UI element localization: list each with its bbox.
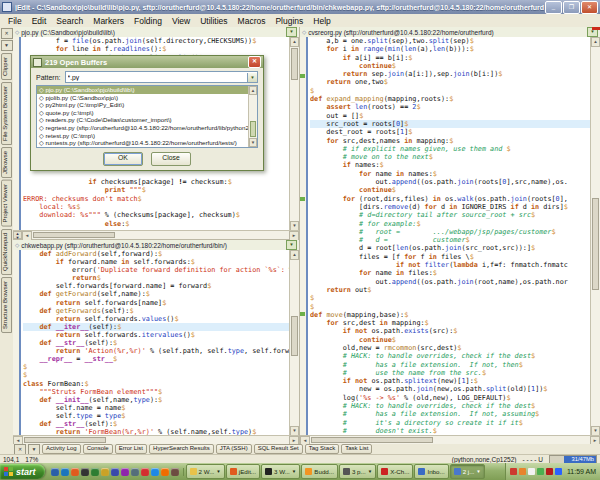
menu-file[interactable]: File xyxy=(3,16,27,26)
task-button[interactable]: jEdit... xyxy=(226,464,260,479)
task-button[interactable]: Budd... xyxy=(301,464,338,479)
list-scrollbar[interactable]: ▲ ▼ xyxy=(248,86,257,147)
quicklaunch-icon-4[interactable] xyxy=(81,468,89,476)
dock-tab-file-system-browser[interactable]: File System Browser xyxy=(1,82,12,145)
ok-button[interactable]: OK xyxy=(103,152,143,166)
code-cvsreorg[interactable]: a,b = one.split(sep),two.split(sep)$ for… xyxy=(310,37,590,435)
menu-markers[interactable]: Markers xyxy=(88,16,129,26)
text-area-chkwebapp[interactable]: def addForward(self,forward):$ if forwar… xyxy=(13,250,299,436)
scroll-down-icon[interactable]: ▼ xyxy=(249,138,257,147)
bottom-tab-jta-ssh-[interactable]: JTA (SSH) xyxy=(216,444,252,454)
quicklaunch-icon-11[interactable] xyxy=(151,468,159,476)
menu-edit[interactable]: Edit xyxy=(27,16,52,26)
close-button[interactable]: ✕ xyxy=(581,1,598,14)
buffer-dropdown-icon[interactable]: ▼ xyxy=(286,27,297,37)
quicklaunch-icon-5[interactable] xyxy=(91,468,99,476)
dock-tab-project-viewer[interactable]: Project Viewer xyxy=(1,180,12,227)
bottom-tab-activity-log[interactable]: Activity Log xyxy=(42,444,81,454)
quicklaunch-icon-9[interactable] xyxy=(131,468,139,476)
tray-icon-3[interactable] xyxy=(528,468,535,475)
task-button[interactable]: X-Ch... xyxy=(377,464,413,479)
scroll-thumb[interactable] xyxy=(250,121,256,137)
menu-utilities[interactable]: Utilities xyxy=(195,16,232,26)
dock-tab-quicknotepad[interactable]: QuickNotepad xyxy=(1,229,12,275)
menu-macros[interactable]: Macros xyxy=(233,16,271,26)
scroll-thumb[interactable] xyxy=(33,232,115,238)
dialog-close-icon[interactable]: ✕ xyxy=(248,56,261,68)
tray-icon-1[interactable] xyxy=(510,468,517,475)
dock-menu-icon[interactable]: ▼ xyxy=(28,444,40,455)
clock[interactable]: 11:59 AM xyxy=(567,468,596,475)
task-button[interactable]: 2 W...▼ xyxy=(186,464,225,479)
scroll-thumb[interactable] xyxy=(592,198,599,290)
tray-icon-6[interactable] xyxy=(555,468,562,475)
dialog-title-bar[interactable]: 219 Open Buffers ✕ xyxy=(31,56,263,68)
horizontal-scrollbar[interactable]: ▲▼ ◄ ► xyxy=(13,230,299,239)
quicklaunch-icon-6[interactable] xyxy=(101,468,109,476)
splitter-arrows-icon[interactable]: ▲▼ xyxy=(13,231,22,239)
buffer-dropdown-icon[interactable]: ▼ xyxy=(286,240,297,250)
start-button[interactable]: start xyxy=(0,464,45,479)
title-bar[interactable]: jEdit - C:\Sandbox\pjo\build\lib\pjo.py,… xyxy=(0,0,600,14)
scroll-up-icon[interactable]: ▲ xyxy=(591,37,600,47)
bottom-tab-error-list[interactable]: Error List xyxy=(115,444,147,454)
dock-menu-icon[interactable]: ▼ xyxy=(1,40,13,51)
scroll-up-icon[interactable]: ▲ xyxy=(249,86,257,95)
scroll-thumb[interactable] xyxy=(291,48,298,80)
dock-tab-jbrowse[interactable]: JBrowse xyxy=(1,147,12,178)
buffer-list-item[interactable]: ◇ regrtest.py (sftp://orutherfurd@10.4.5… xyxy=(37,124,249,132)
bottom-tab-hypersearch-results[interactable]: HyperSearch Results xyxy=(149,444,214,454)
buffer-list-item[interactable]: ◇ py2html.py (C:\tmp\Py_Edit\) xyxy=(37,101,249,109)
vertical-scrollbar[interactable]: ▲ ▼ xyxy=(590,37,600,436)
bottom-tab-tag-stack[interactable]: Tag Stack xyxy=(305,444,339,454)
buffer-list-item[interactable]: ◇ readers.py (C:\Code\Delias\customer_im… xyxy=(37,116,249,124)
bottom-tab-sql-result-set[interactable]: SQL Result Set xyxy=(254,444,303,454)
dock-tab-clipper[interactable]: Clipper xyxy=(1,53,12,80)
task-button[interactable]: 3 W...▼ xyxy=(261,464,300,479)
scroll-thumb[interactable] xyxy=(24,437,106,443)
buffer-list-item[interactable]: ◇ quote.py (c:\tmp\) xyxy=(37,109,249,117)
buffer-list-item[interactable]: ◇ retest.py (C:\tmp\) xyxy=(37,132,249,140)
quicklaunch-icon-2[interactable] xyxy=(61,468,69,476)
scroll-thumb[interactable] xyxy=(291,316,298,356)
code-chkwebapp[interactable]: def addForward(self,forward):$ if forwar… xyxy=(23,250,289,436)
dock-close-icon[interactable]: ✕ xyxy=(1,28,13,39)
bottom-tab-task-list[interactable]: Task List xyxy=(341,444,372,454)
buffer-list-item[interactable]: ◇ runtests.py (sftp://orutherfurd@10.4.5… xyxy=(37,139,249,147)
maximize-button[interactable]: ❐ xyxy=(563,1,580,14)
task-button[interactable]: Inbo... xyxy=(414,464,448,479)
buffer-list[interactable]: ▲ ▼ ◇ pjo.py (C:\Sandbox\pjo\build\lib\)… xyxy=(36,85,258,148)
scroll-up-icon[interactable]: ▲ xyxy=(290,250,299,260)
dock-close-icon[interactable]: ✕ xyxy=(14,444,26,455)
menu-plugins[interactable]: Plugins xyxy=(270,16,308,26)
dock-tab-structure-browser[interactable]: Structure Browser xyxy=(1,277,12,333)
scroll-thumb[interactable] xyxy=(311,437,433,443)
menu-search[interactable]: Search xyxy=(51,16,88,26)
close-dialog-button[interactable]: Close xyxy=(151,152,191,166)
vertical-scrollbar[interactable]: ▲ ▼ xyxy=(289,37,299,231)
quicklaunch-icon-12[interactable] xyxy=(161,468,169,476)
menu-view[interactable]: View xyxy=(167,16,195,26)
menu-folding[interactable]: Folding xyxy=(129,16,167,26)
combo-dropdown-icon[interactable]: ▼ xyxy=(247,73,257,82)
horizontal-scrollbar[interactable]: ◄ ► xyxy=(300,435,600,444)
minimize-button[interactable]: _ xyxy=(545,1,562,14)
tray-icon-2[interactable] xyxy=(519,468,526,475)
quicklaunch-icon-3[interactable] xyxy=(71,468,79,476)
task-button[interactable]: 2 j...▼ xyxy=(450,464,485,479)
vertical-scrollbar[interactable]: ▲ ▼ xyxy=(289,250,299,436)
buffer-list-item[interactable]: ◇ pjolib.py (C:\Sandbox\pjo\) xyxy=(37,94,249,102)
tray-icon-5[interactable] xyxy=(546,468,553,475)
quicklaunch-icon-8[interactable] xyxy=(121,468,129,476)
pattern-combo[interactable]: ▼ xyxy=(65,71,258,83)
quicklaunch-icon-13[interactable] xyxy=(171,468,179,476)
text-area-cvsreorg[interactable]: a,b = one.split(sep),two.split(sep)$ for… xyxy=(300,37,600,436)
quicklaunch-icon-1[interactable] xyxy=(51,468,59,476)
buffer-list-item[interactable]: ◇ pjo.py (C:\Sandbox\pjo\build\lib\) xyxy=(37,86,249,94)
menu-help[interactable]: Help xyxy=(308,16,335,26)
bottom-tab-console[interactable]: Console xyxy=(83,444,113,454)
horizontal-scrollbar[interactable]: ◄ ► xyxy=(13,435,299,444)
quicklaunch-icon-7[interactable] xyxy=(111,468,119,476)
scroll-up-icon[interactable]: ▲ xyxy=(290,37,299,47)
quicklaunch-icon-10[interactable] xyxy=(141,468,149,476)
